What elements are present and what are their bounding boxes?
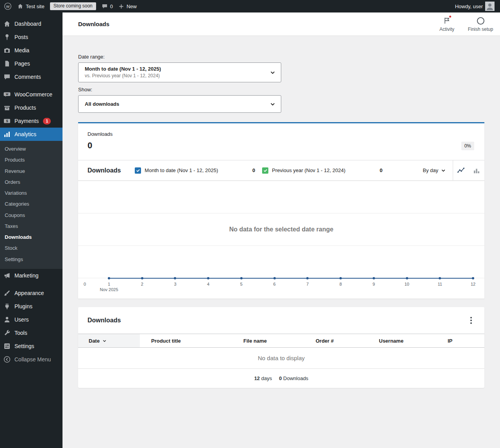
sidebar-item-label: Plugins <box>14 303 32 309</box>
ellipsis-menu-button[interactable] <box>467 314 475 327</box>
notification-dot <box>448 15 452 18</box>
coming-soon-badge[interactable]: Store coming soon <box>50 2 96 10</box>
site-name-link[interactable]: Test site <box>17 0 45 12</box>
sidebar-item-analytics[interactable]: Analytics <box>0 128 62 141</box>
sidebar-item-plugins[interactable]: Plugins <box>0 300 62 313</box>
dashboard-icon <box>3 20 11 28</box>
bar-chart-button[interactable] <box>469 160 484 181</box>
column-header-ip: IP <box>436 334 484 347</box>
sidebar-item-label: Media <box>14 47 29 53</box>
submenu-item-overview[interactable]: Overview <box>0 144 62 155</box>
sidebar-item-label: Appearance <box>14 290 44 296</box>
howdy-label: Howdy, user <box>455 4 483 9</box>
x-tick: 3 <box>174 282 176 286</box>
activity-button[interactable]: Activity <box>433 16 461 32</box>
submenu-item-stock[interactable]: Stock <box>0 243 62 254</box>
paintbrush-icon <box>3 289 11 297</box>
sidebar-item-settings[interactable]: Settings <box>0 340 62 353</box>
sidebar-item-woocommerce[interactable]: W WooCommerce <box>0 88 62 101</box>
gridline <box>78 213 484 213</box>
sidebar-item-media[interactable]: Media <box>0 44 62 57</box>
howdy-account-link[interactable]: Howdy, user <box>455 0 495 12</box>
sidebar-item-payments[interactable]: $ Payments 1 <box>0 114 62 128</box>
svg-text:W: W <box>6 4 10 9</box>
x-tick: 8 <box>339 282 342 286</box>
bar-chart-icon <box>473 167 480 174</box>
comments-count: 0 <box>110 4 113 9</box>
sidebar-item-label: Dashboard <box>14 21 41 27</box>
sidebar-item-marketing[interactable]: Marketing <box>0 269 62 282</box>
submenu-item-variations[interactable]: Variations <box>0 188 62 199</box>
sidebar-item-appearance[interactable]: Appearance <box>0 286 62 300</box>
days-summary: 12 days <box>254 375 272 381</box>
speech-bubble-icon <box>3 73 11 81</box>
column-header-username: Username <box>368 334 436 347</box>
sidebar-item-posts[interactable]: Posts <box>0 30 62 44</box>
megaphone-icon <box>3 272 11 279</box>
downloads-chart-card: Downloads 0 0% Downloads Month to date (… <box>78 122 484 299</box>
sidebar-item-pages[interactable]: Pages <box>0 57 62 70</box>
sidebar-item-label: Comments <box>14 74 41 80</box>
finish-setup-button[interactable]: Finish setup <box>466 16 495 32</box>
date-range-select[interactable]: Month to date (Nov 1 - 12, 2025) vs. Pre… <box>78 62 281 82</box>
settings-sliders-icon <box>3 342 11 350</box>
sidebar-item-dashboard[interactable]: Dashboard <box>0 17 62 30</box>
sort-chevron-down-icon <box>102 339 107 343</box>
wordpress-logo-icon: W <box>4 2 12 10</box>
legend-value: 0 <box>252 167 255 173</box>
sidebar-item-collapse-menu[interactable]: Collapse Menu <box>0 353 62 366</box>
column-header-date[interactable]: Date <box>78 334 140 347</box>
sidebar-item-label: Users <box>14 316 29 323</box>
submenu-item-downloads[interactable]: Downloads <box>0 232 62 243</box>
home-icon <box>17 3 23 9</box>
column-header-product-title: Product title <box>140 334 232 347</box>
x-axis-ticks: 1 2 3 4 5 6 7 8 9 10 11 12 <box>109 282 473 287</box>
submenu-item-categories[interactable]: Categories <box>0 199 62 210</box>
downloads-table-card: Downloads Date Product title File name O… <box>78 307 484 388</box>
checkbox-checked-icon <box>135 167 141 174</box>
summary-tile-downloads[interactable]: Downloads 0 0% <box>78 123 484 160</box>
submenu-item-orders[interactable]: Orders <box>0 177 62 188</box>
gridline <box>78 181 484 181</box>
content-area: Date range: Month to date (Nov 1 - 12, 2… <box>62 36 500 404</box>
sidebar-item-comments[interactable]: Comments <box>0 70 62 84</box>
menu-separator <box>0 282 62 286</box>
sidebar-item-label: Analytics <box>14 131 36 137</box>
submenu-item-revenue[interactable]: Revenue <box>0 166 62 177</box>
submenu-item-taxes[interactable]: Taxes <box>0 221 62 232</box>
new-content-link[interactable]: New <box>118 0 137 12</box>
line-chart-button[interactable] <box>453 160 469 181</box>
svg-text:$: $ <box>6 119 8 123</box>
site-name-label: Test site <box>26 4 45 9</box>
page-title: Downloads <box>78 21 109 27</box>
summary-delta-badge: 0% <box>461 142 474 150</box>
interval-value: By day <box>423 167 438 173</box>
collapse-arrow-icon <box>3 356 11 363</box>
comments-link[interactable]: 0 <box>102 0 113 12</box>
sidebar-item-label: Posts <box>14 34 28 40</box>
sidebar-item-label: Settings <box>14 343 34 349</box>
submenu-item-settings[interactable]: Settings <box>0 254 62 265</box>
interval-select[interactable]: By day <box>423 167 453 173</box>
date-range-value: Month to date (Nov 1 - 12, 2025) <box>85 66 264 72</box>
legend-series-current[interactable]: Month to date (Nov 1 - 12, 2025) 0 <box>135 167 255 174</box>
legend-series-previous[interactable]: Previous year (Nov 1 - 12, 2024) 0 <box>262 167 382 174</box>
sidebar-item-label: Collapse Menu <box>14 356 51 363</box>
sidebar-item-label: WooCommerce <box>14 91 52 98</box>
submenu-item-coupons[interactable]: Coupons <box>0 210 62 221</box>
sidebar-item-products[interactable]: Products <box>0 101 62 114</box>
svg-text:W: W <box>6 93 9 96</box>
x-tick: 6 <box>273 282 276 286</box>
header-actions: Activity Finish setup <box>433 16 495 32</box>
sidebar-item-tools[interactable]: Tools <box>0 326 62 340</box>
camera-icon <box>3 46 11 54</box>
chart-plot-area: No data for the selected date range <box>78 181 484 278</box>
submenu-item-products[interactable]: Products <box>0 155 62 165</box>
menu-separator <box>0 84 62 88</box>
show-filter-select[interactable]: All downloads <box>78 95 281 113</box>
wordpress-logo-button[interactable]: W <box>4 0 12 12</box>
column-header-order-number: Order # <box>304 334 368 347</box>
admin-bar-right: Howdy, user <box>455 0 495 12</box>
sidebar-item-users[interactable]: Users <box>0 313 62 326</box>
x-tick: 12 <box>471 282 475 286</box>
